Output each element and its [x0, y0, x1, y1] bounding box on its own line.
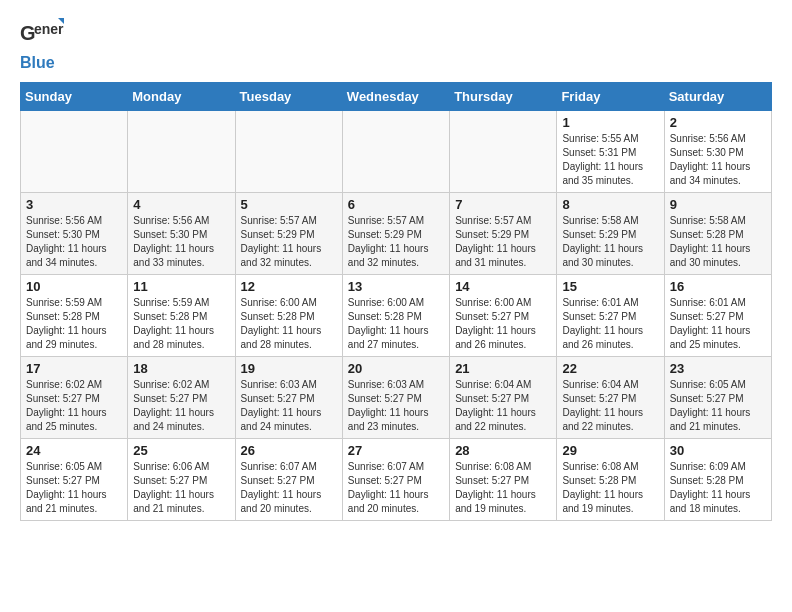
day-number: 26 [241, 443, 337, 458]
day-info: Sunrise: 5:58 AMSunset: 5:28 PMDaylight:… [670, 214, 766, 270]
calendar-cell: 12Sunrise: 6:00 AMSunset: 5:28 PMDayligh… [235, 275, 342, 357]
calendar-cell: 10Sunrise: 5:59 AMSunset: 5:28 PMDayligh… [21, 275, 128, 357]
calendar-cell: 16Sunrise: 6:01 AMSunset: 5:27 PMDayligh… [664, 275, 771, 357]
calendar-cell: 4Sunrise: 5:56 AMSunset: 5:30 PMDaylight… [128, 193, 235, 275]
day-number: 1 [562, 115, 658, 130]
weekday-header-monday: Monday [128, 83, 235, 111]
day-info: Sunrise: 6:01 AMSunset: 5:27 PMDaylight:… [562, 296, 658, 352]
day-number: 5 [241, 197, 337, 212]
calendar-cell: 18Sunrise: 6:02 AMSunset: 5:27 PMDayligh… [128, 357, 235, 439]
day-info: Sunrise: 6:01 AMSunset: 5:27 PMDaylight:… [670, 296, 766, 352]
calendar-cell: 24Sunrise: 6:05 AMSunset: 5:27 PMDayligh… [21, 439, 128, 521]
calendar-cell: 15Sunrise: 6:01 AMSunset: 5:27 PMDayligh… [557, 275, 664, 357]
day-number: 24 [26, 443, 122, 458]
day-info: Sunrise: 6:05 AMSunset: 5:27 PMDaylight:… [670, 378, 766, 434]
day-info: Sunrise: 6:06 AMSunset: 5:27 PMDaylight:… [133, 460, 229, 516]
day-number: 10 [26, 279, 122, 294]
day-number: 20 [348, 361, 444, 376]
day-number: 29 [562, 443, 658, 458]
day-info: Sunrise: 5:59 AMSunset: 5:28 PMDaylight:… [133, 296, 229, 352]
day-number: 8 [562, 197, 658, 212]
calendar-cell: 28Sunrise: 6:08 AMSunset: 5:27 PMDayligh… [450, 439, 557, 521]
calendar-cell: 9Sunrise: 5:58 AMSunset: 5:28 PMDaylight… [664, 193, 771, 275]
day-info: Sunrise: 6:00 AMSunset: 5:28 PMDaylight:… [241, 296, 337, 352]
week-row-1: 3Sunrise: 5:56 AMSunset: 5:30 PMDaylight… [21, 193, 772, 275]
calendar-cell [128, 111, 235, 193]
day-number: 17 [26, 361, 122, 376]
day-info: Sunrise: 6:04 AMSunset: 5:27 PMDaylight:… [455, 378, 551, 434]
day-number: 9 [670, 197, 766, 212]
week-row-2: 10Sunrise: 5:59 AMSunset: 5:28 PMDayligh… [21, 275, 772, 357]
day-number: 13 [348, 279, 444, 294]
day-number: 28 [455, 443, 551, 458]
day-number: 23 [670, 361, 766, 376]
day-info: Sunrise: 6:04 AMSunset: 5:27 PMDaylight:… [562, 378, 658, 434]
calendar-cell [342, 111, 449, 193]
day-number: 4 [133, 197, 229, 212]
day-number: 27 [348, 443, 444, 458]
day-info: Sunrise: 6:02 AMSunset: 5:27 PMDaylight:… [133, 378, 229, 434]
weekday-header-friday: Friday [557, 83, 664, 111]
logo-area: G eneral Blue [20, 18, 64, 72]
weekday-header-sunday: Sunday [21, 83, 128, 111]
calendar-cell: 13Sunrise: 6:00 AMSunset: 5:28 PMDayligh… [342, 275, 449, 357]
calendar-cell: 19Sunrise: 6:03 AMSunset: 5:27 PMDayligh… [235, 357, 342, 439]
weekday-header-row: SundayMondayTuesdayWednesdayThursdayFrid… [21, 83, 772, 111]
day-number: 21 [455, 361, 551, 376]
day-number: 25 [133, 443, 229, 458]
day-info: Sunrise: 5:57 AMSunset: 5:29 PMDaylight:… [348, 214, 444, 270]
day-info: Sunrise: 6:07 AMSunset: 5:27 PMDaylight:… [241, 460, 337, 516]
calendar-cell: 17Sunrise: 6:02 AMSunset: 5:27 PMDayligh… [21, 357, 128, 439]
day-number: 14 [455, 279, 551, 294]
week-row-0: 1Sunrise: 5:55 AMSunset: 5:31 PMDaylight… [21, 111, 772, 193]
day-number: 18 [133, 361, 229, 376]
day-number: 19 [241, 361, 337, 376]
calendar-cell [450, 111, 557, 193]
week-row-3: 17Sunrise: 6:02 AMSunset: 5:27 PMDayligh… [21, 357, 772, 439]
day-number: 22 [562, 361, 658, 376]
calendar-cell: 14Sunrise: 6:00 AMSunset: 5:27 PMDayligh… [450, 275, 557, 357]
weekday-header-thursday: Thursday [450, 83, 557, 111]
calendar-cell: 6Sunrise: 5:57 AMSunset: 5:29 PMDaylight… [342, 193, 449, 275]
day-number: 3 [26, 197, 122, 212]
calendar-cell: 26Sunrise: 6:07 AMSunset: 5:27 PMDayligh… [235, 439, 342, 521]
calendar-cell: 25Sunrise: 6:06 AMSunset: 5:27 PMDayligh… [128, 439, 235, 521]
calendar-cell: 2Sunrise: 5:56 AMSunset: 5:30 PMDaylight… [664, 111, 771, 193]
day-info: Sunrise: 5:57 AMSunset: 5:29 PMDaylight:… [241, 214, 337, 270]
day-info: Sunrise: 5:56 AMSunset: 5:30 PMDaylight:… [133, 214, 229, 270]
calendar-cell: 29Sunrise: 6:08 AMSunset: 5:28 PMDayligh… [557, 439, 664, 521]
header: G eneral Blue [20, 18, 772, 72]
calendar-cell: 27Sunrise: 6:07 AMSunset: 5:27 PMDayligh… [342, 439, 449, 521]
logo: G eneral [20, 18, 64, 54]
day-info: Sunrise: 6:00 AMSunset: 5:28 PMDaylight:… [348, 296, 444, 352]
day-info: Sunrise: 6:02 AMSunset: 5:27 PMDaylight:… [26, 378, 122, 434]
day-info: Sunrise: 5:58 AMSunset: 5:29 PMDaylight:… [562, 214, 658, 270]
day-number: 11 [133, 279, 229, 294]
day-number: 7 [455, 197, 551, 212]
calendar: SundayMondayTuesdayWednesdayThursdayFrid… [20, 82, 772, 521]
day-info: Sunrise: 5:57 AMSunset: 5:29 PMDaylight:… [455, 214, 551, 270]
calendar-cell: 23Sunrise: 6:05 AMSunset: 5:27 PMDayligh… [664, 357, 771, 439]
calendar-cell: 5Sunrise: 5:57 AMSunset: 5:29 PMDaylight… [235, 193, 342, 275]
weekday-header-saturday: Saturday [664, 83, 771, 111]
page: G eneral Blue SundayMondayTuesdayWednesd… [0, 0, 792, 533]
logo-icon: G eneral [20, 18, 64, 54]
day-number: 6 [348, 197, 444, 212]
day-info: Sunrise: 5:56 AMSunset: 5:30 PMDaylight:… [670, 132, 766, 188]
day-info: Sunrise: 6:03 AMSunset: 5:27 PMDaylight:… [348, 378, 444, 434]
logo-blue: Blue [20, 54, 55, 71]
day-info: Sunrise: 5:56 AMSunset: 5:30 PMDaylight:… [26, 214, 122, 270]
day-info: Sunrise: 6:08 AMSunset: 5:28 PMDaylight:… [562, 460, 658, 516]
day-info: Sunrise: 5:59 AMSunset: 5:28 PMDaylight:… [26, 296, 122, 352]
week-row-4: 24Sunrise: 6:05 AMSunset: 5:27 PMDayligh… [21, 439, 772, 521]
day-number: 15 [562, 279, 658, 294]
calendar-cell [235, 111, 342, 193]
day-info: Sunrise: 6:07 AMSunset: 5:27 PMDaylight:… [348, 460, 444, 516]
calendar-cell: 20Sunrise: 6:03 AMSunset: 5:27 PMDayligh… [342, 357, 449, 439]
day-number: 30 [670, 443, 766, 458]
day-number: 12 [241, 279, 337, 294]
calendar-cell: 30Sunrise: 6:09 AMSunset: 5:28 PMDayligh… [664, 439, 771, 521]
calendar-cell: 21Sunrise: 6:04 AMSunset: 5:27 PMDayligh… [450, 357, 557, 439]
weekday-header-wednesday: Wednesday [342, 83, 449, 111]
calendar-cell: 8Sunrise: 5:58 AMSunset: 5:29 PMDaylight… [557, 193, 664, 275]
